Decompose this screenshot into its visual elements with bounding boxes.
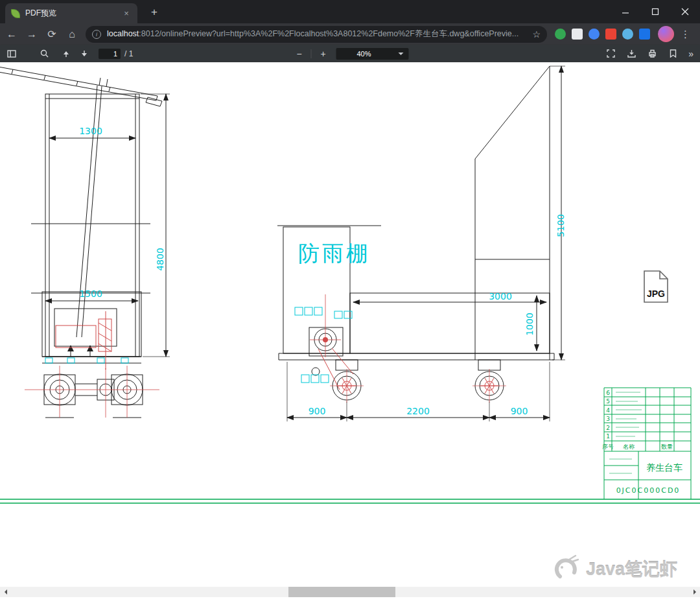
tab-title: PDF预览 [25,8,121,19]
zoom-value: 40% [342,50,399,58]
bom-row-number: 1 [606,433,610,440]
site-favicon-icon [11,9,20,18]
back-icon[interactable]: ← [3,26,20,43]
extension-icon-2[interactable] [572,29,583,40]
titleblock-code: 0JC0C000CD0 [616,486,681,495]
cad-drawing: 1300 4800 1500 防雨棚 3000 1000 5100 900 22… [0,62,700,587]
zoom-controls: − + 40% [292,48,409,60]
zoom-select[interactable]: 40% [336,48,409,60]
minimize-button[interactable] [611,0,640,23]
horizontal-scrollbar[interactable] [0,587,700,597]
search-icon[interactable] [36,47,52,61]
extension-icon-6[interactable] [639,29,650,40]
more-tools-icon[interactable]: » [686,49,696,59]
bom-row-number: 4 [606,407,610,414]
forward-icon[interactable]: → [23,26,40,43]
tab-close-icon[interactable]: × [121,8,132,19]
page-info-icon[interactable]: i [92,30,101,39]
zoom-out-button[interactable]: − [292,49,307,59]
profile-avatar[interactable] [658,26,674,42]
scroll-right-icon[interactable] [690,587,700,597]
dim-front-span: 900 [309,406,326,416]
fullscreen-icon[interactable] [603,47,618,61]
print-icon[interactable] [644,47,660,61]
bom-name-header: 名称 [623,443,635,450]
reload-icon[interactable]: ⟳ [43,26,60,43]
dim-left-height: 4800 [155,248,165,271]
download-icon[interactable] [624,47,639,61]
dim-bed-height: 1000 [524,313,535,336]
jpg-icon-label: JPG [647,289,665,299]
page-up-icon[interactable] [58,47,74,61]
url-host: localhost [107,29,139,38]
tab-strip: PDF预览 × + [0,0,700,23]
extension-icon-3[interactable] [589,29,600,40]
bookmark-icon[interactable] [665,47,681,61]
bom-row-number: 3 [606,416,610,422]
browser-tab[interactable]: PDF预览 × [5,3,137,23]
new-tab-button[interactable]: + [146,5,162,20]
window-controls [611,0,700,23]
zoom-in-button[interactable]: + [316,49,331,59]
extension-icon-1[interactable] [555,29,566,40]
page-down-icon[interactable] [76,47,92,61]
bom-qty-header: 数量 [661,443,673,450]
dim-left-width: 1300 [79,126,102,136]
dim-bed-length: 3000 [489,291,512,302]
watermark: Java笔记虾 [552,552,695,586]
bom-index-header: 序号 [602,443,614,450]
scrollbar-thumb[interactable] [288,587,395,597]
extensions-area [555,29,650,40]
page-number-input[interactable] [99,49,121,59]
page-total: / 1 [124,49,133,58]
pdf-toolbar: / 1 − + 40% » [0,45,700,62]
jpg-download-button[interactable]: JPG [642,270,670,303]
pdf-toolbar-right: » [603,47,696,61]
browser-window: PDF预览 × + ← → ⟳ ⌂ i localhost:8012/onlin… [0,0,700,603]
browser-menu-icon[interactable]: ⋮ [681,29,690,40]
chevron-down-icon [399,53,404,58]
scroll-left-icon[interactable] [0,587,10,597]
bom-row-number: 6 [606,390,610,396]
window-bottom-edge [0,597,700,603]
shrimp-logo-icon [552,554,582,584]
address-bar: ← → ⟳ ⌂ i localhost:8012/onlinePreview?u… [0,23,700,45]
pdf-page: 1300 4800 1500 防雨棚 3000 1000 5100 900 22… [0,62,700,587]
home-icon[interactable]: ⌂ [64,26,80,43]
bom-row-number: 5 [606,398,610,405]
titleblock-title: 养生台车 [646,462,682,473]
close-button[interactable] [670,0,700,23]
shelter-label: 防雨棚 [298,241,370,266]
url-field[interactable]: i localhost:8012/onlinePreview?url=http%… [86,26,547,43]
dim-rear-span: 900 [511,406,528,416]
divider [311,49,312,58]
maximize-button[interactable] [640,0,670,23]
dim-middle-span: 2200 [406,406,430,416]
bom-row-number: 2 [606,425,610,431]
watermark-text: Java笔记虾 [586,558,677,581]
dim-right-height: 5100 [555,214,566,237]
extension-icon-5[interactable] [622,29,633,40]
extension-icon-4[interactable] [605,29,616,40]
url-text: localhost:8012/onlinePreview?url=http%3A… [107,29,528,40]
dim-left-inner-width: 1500 [79,289,102,299]
bookmark-star-icon[interactable]: ☆ [532,29,541,40]
sidebar-toggle-icon[interactable] [4,47,19,61]
url-path: :8012/onlinePreview?url=http%3A%2F%2Floc… [139,29,519,38]
